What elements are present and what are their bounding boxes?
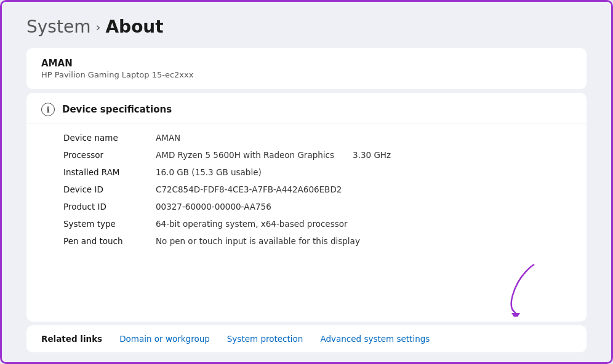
table-row: System type 64-bit operating system, x64… <box>63 215 572 232</box>
table-row: Pen and touch No pen or touch input is a… <box>63 232 572 250</box>
table-row: Device name AMAN <box>63 129 572 146</box>
device-name-card: AMAN HP Pavilion Gaming Laptop 15-ec2xxx <box>26 48 587 89</box>
spec-label-device-id: Device ID <box>63 184 156 194</box>
app-window: System › About AMAN HP Pavilion Gaming L… <box>0 0 613 364</box>
spec-value-product-id: 00327-60000-00000-AA756 <box>156 202 572 212</box>
domain-workgroup-link[interactable]: Domain or workgroup <box>119 334 210 344</box>
breadcrumb-system[interactable]: System <box>26 17 90 37</box>
table-row: Product ID 00327-60000-00000-AA756 <box>63 198 572 215</box>
specs-table: Device name AMAN Processor AMD Ryzen 5 5… <box>26 124 587 322</box>
settings-page: System › About AMAN HP Pavilion Gaming L… <box>2 2 611 362</box>
system-protection-link[interactable]: System protection <box>227 334 303 344</box>
breadcrumb-chevron-icon: › <box>95 20 100 34</box>
content-area: AMAN HP Pavilion Gaming Laptop 15-ec2xxx… <box>2 48 611 362</box>
specs-header: ℹ Device specifications <box>26 93 587 124</box>
spec-label-product-id: Product ID <box>63 202 156 212</box>
page-title: About <box>105 17 163 37</box>
spec-value-device-id: C72C854D-FDF8-4CE3-A7FB-A442A606EBD2 <box>156 184 572 194</box>
specs-card: ℹ Device specifications Device name AMAN… <box>26 93 587 322</box>
device-model: HP Pavilion Gaming Laptop 15-ec2xxx <box>41 70 572 79</box>
breadcrumb: System › About <box>26 17 587 37</box>
spec-label-pen-touch: Pen and touch <box>63 236 156 246</box>
spec-label-processor: Processor <box>63 150 156 160</box>
info-icon: ℹ <box>41 103 55 116</box>
spec-label-device-name: Device name <box>63 133 156 143</box>
device-name: AMAN <box>41 58 572 69</box>
spec-value-pen-touch: No pen or touch input is available for t… <box>156 236 572 246</box>
table-row: Processor AMD Ryzen 5 5600H with Radeon … <box>63 146 572 164</box>
spec-value-device-name: AMAN <box>156 133 572 143</box>
table-row: Device ID C72C854D-FDF8-4CE3-A7FB-A442A6… <box>63 181 572 198</box>
spec-value-system-type: 64-bit operating system, x64-based proce… <box>156 219 572 229</box>
table-row: Installed RAM 16.0 GB (15.3 GB usable) <box>63 164 572 181</box>
page-header: System › About <box>2 2 611 48</box>
spec-value-ram: 16.0 GB (15.3 GB usable) <box>156 167 572 177</box>
specs-title: Device specifications <box>62 104 172 115</box>
related-links-label: Related links <box>41 334 102 344</box>
related-links-bar: Related links Domain or workgroup System… <box>26 325 587 352</box>
spec-value-processor: AMD Ryzen 5 5600H with Radeon Graphics 3… <box>156 150 572 160</box>
advanced-system-settings-link[interactable]: Advanced system settings <box>320 334 430 344</box>
spec-label-ram: Installed RAM <box>63 167 156 177</box>
spec-label-system-type: System type <box>63 219 156 229</box>
